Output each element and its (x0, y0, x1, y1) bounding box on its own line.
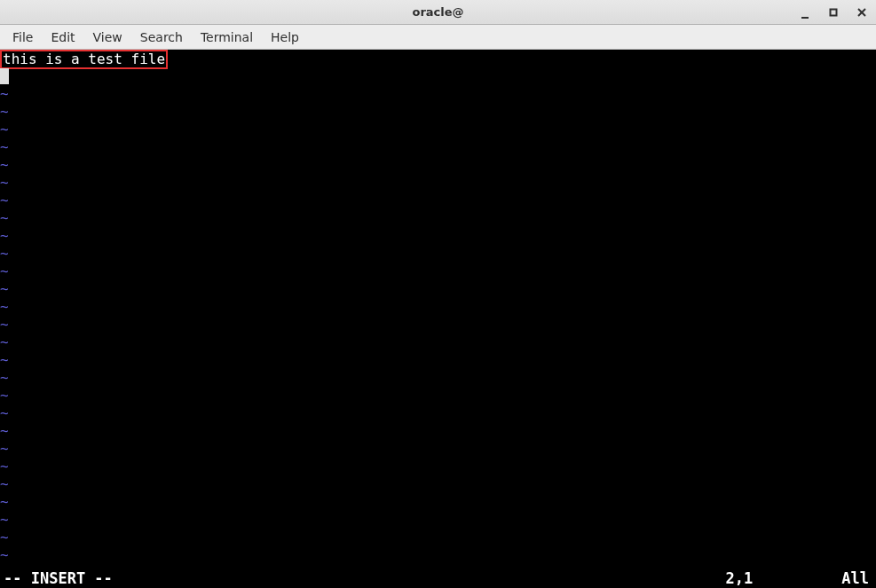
scroll-percent: All (841, 569, 869, 587)
tilde-line: ~ (0, 422, 876, 440)
vim-mode: -- INSERT -- (4, 569, 113, 587)
cursor-position: 2,1 (726, 569, 754, 587)
tilde-line: ~ (0, 298, 876, 316)
tilde-line: ~ (0, 529, 876, 546)
tilde-line: ~ (0, 263, 876, 280)
menu-terminal[interactable]: Terminal (192, 27, 262, 48)
tilde-line: ~ (0, 493, 876, 511)
titlebar: oracle@ (0, 0, 876, 25)
tilde-line: ~ (0, 475, 876, 493)
tilde-line: ~ (0, 546, 876, 564)
editor-line-1: this is a test file (0, 50, 876, 67)
tilde-line: ~ (0, 121, 876, 138)
editor-line-2 (0, 67, 876, 85)
menu-view[interactable]: View (84, 27, 131, 48)
tilde-line: ~ (0, 333, 876, 351)
minimize-button[interactable] (796, 6, 814, 24)
tilde-line: ~ (0, 174, 876, 192)
window-title: oracle@ (412, 5, 463, 19)
tilde-line: ~ (0, 138, 876, 156)
window-controls (796, 4, 871, 21)
tilde-line: ~ (0, 209, 876, 227)
close-button[interactable] (853, 4, 871, 21)
tilde-line: ~ (0, 458, 876, 475)
tilde-line: ~ (0, 192, 876, 209)
menu-search[interactable]: Search (131, 27, 192, 48)
menu-file[interactable]: File (4, 27, 42, 48)
tilde-line: ~ (0, 156, 876, 174)
tilde-line: ~ (0, 316, 876, 333)
svg-rect-1 (831, 9, 837, 15)
tilde-line: ~ (0, 404, 876, 422)
tilde-line: ~ (0, 440, 876, 458)
tilde-line: ~ (0, 103, 876, 121)
tilde-line: ~ (0, 369, 876, 387)
menubar: File Edit View Search Terminal Help (0, 25, 876, 50)
file-content-line: this is a test file (0, 50, 168, 69)
tilde-line: ~ (0, 387, 876, 404)
maximize-button[interactable] (825, 4, 842, 21)
tilde-line: ~ (0, 227, 876, 245)
terminal-area[interactable]: this is a test file ~~~~~~~~~~~~~~~~~~~~… (0, 50, 876, 588)
tilde-lines: ~~~~~~~~~~~~~~~~~~~~~~~~~~~ (0, 85, 876, 564)
menu-help[interactable]: Help (262, 27, 308, 48)
vim-status-line: -- INSERT -- 2,1 All (0, 568, 876, 588)
cursor (0, 68, 9, 84)
tilde-line: ~ (0, 511, 876, 529)
tilde-line: ~ (0, 351, 876, 369)
tilde-line: ~ (0, 245, 876, 263)
menu-edit[interactable]: Edit (42, 27, 83, 48)
tilde-line: ~ (0, 280, 876, 298)
tilde-line: ~ (0, 85, 876, 103)
